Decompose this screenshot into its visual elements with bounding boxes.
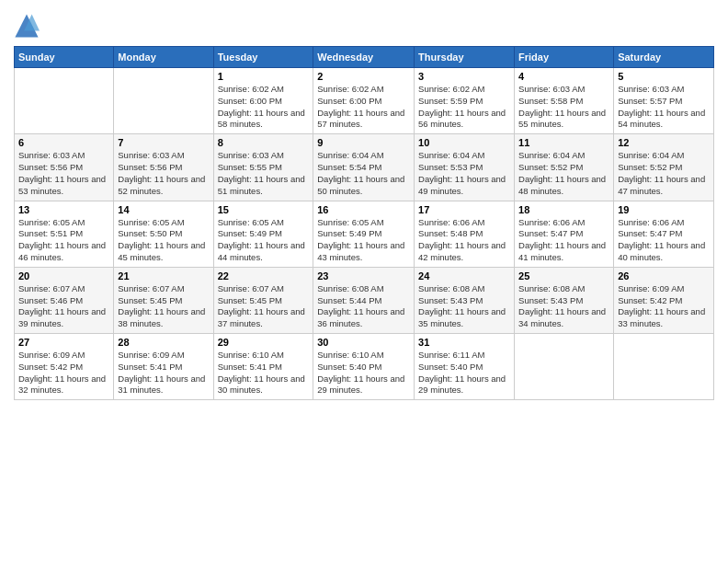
calendar-cell: 23Sunrise: 6:08 AM Sunset: 5:44 PM Dayli… xyxy=(313,267,415,333)
day-info: Sunrise: 6:06 AM Sunset: 5:47 PM Dayligh… xyxy=(618,217,710,264)
day-info: Sunrise: 6:09 AM Sunset: 5:42 PM Dayligh… xyxy=(618,283,710,330)
day-info: Sunrise: 6:04 AM Sunset: 5:54 PM Dayligh… xyxy=(317,150,410,197)
calendar-cell xyxy=(614,334,714,400)
calendar-cell: 15Sunrise: 6:05 AM Sunset: 5:49 PM Dayli… xyxy=(213,201,313,267)
day-info: Sunrise: 6:03 AM Sunset: 5:58 PM Dayligh… xyxy=(518,84,609,131)
day-number: 28 xyxy=(118,337,209,348)
calendar-cell: 12Sunrise: 6:04 AM Sunset: 5:52 PM Dayli… xyxy=(614,134,714,201)
day-number: 23 xyxy=(317,270,410,282)
day-info: Sunrise: 6:10 AM Sunset: 5:40 PM Dayligh… xyxy=(317,350,410,396)
calendar-header: SundayMondayTuesdayWednesdayThursdayFrid… xyxy=(15,47,714,68)
calendar-cell: 22Sunrise: 6:07 AM Sunset: 5:45 PM Dayli… xyxy=(213,267,313,333)
day-header-friday: Friday xyxy=(515,47,614,68)
day-number: 17 xyxy=(418,204,510,215)
calendar-cell: 11Sunrise: 6:04 AM Sunset: 5:52 PM Dayli… xyxy=(515,134,614,201)
calendar-cell: 20Sunrise: 6:07 AM Sunset: 5:46 PM Dayli… xyxy=(15,267,114,333)
day-number: 22 xyxy=(218,270,310,282)
day-number: 7 xyxy=(118,137,209,148)
day-number: 31 xyxy=(418,337,510,348)
calendar-cell: 8Sunrise: 6:03 AM Sunset: 5:55 PM Daylig… xyxy=(213,134,313,201)
day-info: Sunrise: 6:04 AM Sunset: 5:53 PM Dayligh… xyxy=(418,150,510,197)
calendar-cell: 1Sunrise: 6:02 AM Sunset: 6:00 PM Daylig… xyxy=(213,68,313,134)
day-number: 18 xyxy=(518,204,609,215)
day-info: Sunrise: 6:09 AM Sunset: 5:42 PM Dayligh… xyxy=(18,350,109,396)
day-number: 11 xyxy=(518,137,609,148)
calendar-cell: 24Sunrise: 6:08 AM Sunset: 5:43 PM Dayli… xyxy=(415,267,515,333)
day-number: 2 xyxy=(317,71,410,82)
day-number: 1 xyxy=(218,71,310,82)
logo xyxy=(14,13,43,39)
calendar-cell: 14Sunrise: 6:05 AM Sunset: 5:50 PM Dayli… xyxy=(114,201,213,267)
day-number: 25 xyxy=(518,270,609,282)
day-number: 29 xyxy=(218,337,310,348)
day-info: Sunrise: 6:06 AM Sunset: 5:47 PM Dayligh… xyxy=(518,217,609,264)
calendar-cell: 10Sunrise: 6:04 AM Sunset: 5:53 PM Dayli… xyxy=(415,134,515,201)
day-info: Sunrise: 6:02 AM Sunset: 6:00 PM Dayligh… xyxy=(317,84,410,131)
day-number: 27 xyxy=(18,337,109,348)
day-info: Sunrise: 6:07 AM Sunset: 5:45 PM Dayligh… xyxy=(118,283,209,330)
day-number: 26 xyxy=(618,270,710,282)
calendar-cell: 26Sunrise: 6:09 AM Sunset: 5:42 PM Dayli… xyxy=(614,267,714,333)
day-header-thursday: Thursday xyxy=(415,47,515,68)
calendar-cell: 7Sunrise: 6:03 AM Sunset: 5:56 PM Daylig… xyxy=(114,134,213,201)
day-info: Sunrise: 6:10 AM Sunset: 5:41 PM Dayligh… xyxy=(218,350,310,396)
day-info: Sunrise: 6:08 AM Sunset: 5:43 PM Dayligh… xyxy=(518,283,609,330)
calendar-cell: 31Sunrise: 6:11 AM Sunset: 5:40 PM Dayli… xyxy=(415,334,515,400)
day-number: 10 xyxy=(418,137,510,148)
calendar-cell: 6Sunrise: 6:03 AM Sunset: 5:56 PM Daylig… xyxy=(15,134,114,201)
day-info: Sunrise: 6:05 AM Sunset: 5:49 PM Dayligh… xyxy=(317,217,410,264)
day-info: Sunrise: 6:04 AM Sunset: 5:52 PM Dayligh… xyxy=(518,150,609,197)
day-header-row: SundayMondayTuesdayWednesdayThursdayFrid… xyxy=(15,47,714,68)
day-header-wednesday: Wednesday xyxy=(313,47,415,68)
week-row-3: 13Sunrise: 6:05 AM Sunset: 5:51 PM Dayli… xyxy=(15,201,714,267)
calendar-cell: 18Sunrise: 6:06 AM Sunset: 5:47 PM Dayli… xyxy=(515,201,614,267)
day-number: 16 xyxy=(317,204,410,215)
day-header-saturday: Saturday xyxy=(614,47,714,68)
day-number: 9 xyxy=(317,137,410,148)
day-number: 8 xyxy=(218,137,310,148)
calendar-cell: 29Sunrise: 6:10 AM Sunset: 5:41 PM Dayli… xyxy=(213,334,313,400)
day-info: Sunrise: 6:05 AM Sunset: 5:50 PM Dayligh… xyxy=(118,217,209,264)
day-number: 14 xyxy=(118,204,209,215)
day-info: Sunrise: 6:03 AM Sunset: 5:56 PM Dayligh… xyxy=(118,150,209,197)
day-number: 24 xyxy=(418,270,510,282)
header xyxy=(14,9,714,39)
calendar-table: SundayMondayTuesdayWednesdayThursdayFrid… xyxy=(14,46,714,400)
day-info: Sunrise: 6:03 AM Sunset: 5:56 PM Dayligh… xyxy=(18,150,109,197)
calendar-cell: 13Sunrise: 6:05 AM Sunset: 5:51 PM Dayli… xyxy=(15,201,114,267)
calendar-cell: 30Sunrise: 6:10 AM Sunset: 5:40 PM Dayli… xyxy=(313,334,415,400)
calendar-cell: 2Sunrise: 6:02 AM Sunset: 6:00 PM Daylig… xyxy=(313,68,415,134)
day-number: 19 xyxy=(618,204,710,215)
day-info: Sunrise: 6:03 AM Sunset: 5:55 PM Dayligh… xyxy=(218,150,310,197)
calendar-cell: 3Sunrise: 6:02 AM Sunset: 5:59 PM Daylig… xyxy=(415,68,515,134)
day-number: 5 xyxy=(618,71,710,82)
day-info: Sunrise: 6:04 AM Sunset: 5:52 PM Dayligh… xyxy=(618,150,710,197)
week-row-4: 20Sunrise: 6:07 AM Sunset: 5:46 PM Dayli… xyxy=(15,267,714,333)
day-header-tuesday: Tuesday xyxy=(213,47,313,68)
day-header-sunday: Sunday xyxy=(15,47,114,68)
day-info: Sunrise: 6:05 AM Sunset: 5:51 PM Dayligh… xyxy=(18,217,109,264)
day-info: Sunrise: 6:02 AM Sunset: 6:00 PM Dayligh… xyxy=(218,84,310,131)
day-info: Sunrise: 6:03 AM Sunset: 5:57 PM Dayligh… xyxy=(618,84,710,131)
calendar-cell xyxy=(15,68,114,134)
day-number: 13 xyxy=(18,204,109,215)
calendar-page: SundayMondayTuesdayWednesdayThursdayFrid… xyxy=(0,0,728,563)
day-info: Sunrise: 6:09 AM Sunset: 5:41 PM Dayligh… xyxy=(118,350,209,396)
day-number: 3 xyxy=(418,71,510,82)
day-number: 12 xyxy=(618,137,710,148)
calendar-cell: 21Sunrise: 6:07 AM Sunset: 5:45 PM Dayli… xyxy=(114,267,213,333)
calendar-cell: 25Sunrise: 6:08 AM Sunset: 5:43 PM Dayli… xyxy=(515,267,614,333)
week-row-2: 6Sunrise: 6:03 AM Sunset: 5:56 PM Daylig… xyxy=(15,134,714,201)
calendar-cell xyxy=(515,334,614,400)
calendar-cell: 16Sunrise: 6:05 AM Sunset: 5:49 PM Dayli… xyxy=(313,201,415,267)
week-row-1: 1Sunrise: 6:02 AM Sunset: 6:00 PM Daylig… xyxy=(15,68,714,134)
day-info: Sunrise: 6:07 AM Sunset: 5:45 PM Dayligh… xyxy=(218,283,310,330)
day-header-monday: Monday xyxy=(114,47,213,68)
day-info: Sunrise: 6:11 AM Sunset: 5:40 PM Dayligh… xyxy=(418,350,510,396)
day-number: 20 xyxy=(18,270,109,282)
logo-icon xyxy=(14,13,40,39)
day-number: 15 xyxy=(218,204,310,215)
day-info: Sunrise: 6:08 AM Sunset: 5:44 PM Dayligh… xyxy=(317,283,410,330)
calendar-cell: 19Sunrise: 6:06 AM Sunset: 5:47 PM Dayli… xyxy=(614,201,714,267)
calendar-cell: 9Sunrise: 6:04 AM Sunset: 5:54 PM Daylig… xyxy=(313,134,415,201)
